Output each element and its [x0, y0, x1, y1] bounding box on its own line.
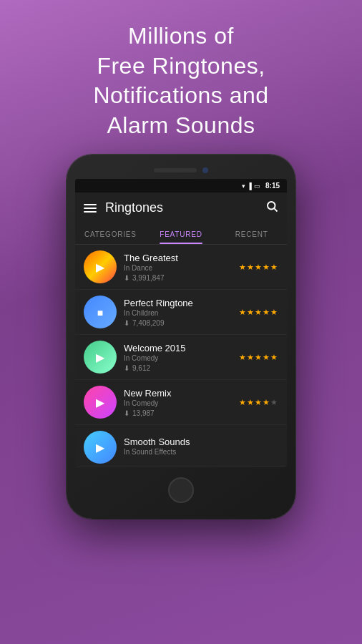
- ringtone-list: The Greatest In Dance ⬇ 3,991,847 ★★★★★: [75, 245, 287, 467]
- star-rating: ★★★★★: [239, 398, 278, 407]
- star-rating: ★★★★★: [239, 263, 278, 272]
- ringtone-item[interactable]: New Remix In Comedy ⬇ 13,987 ★★★★★: [75, 380, 287, 425]
- ringtone-meta: ⬇ 13,987: [124, 409, 232, 417]
- hero-line2: Free Ringtones,: [97, 53, 265, 79]
- phone-camera: [202, 167, 208, 173]
- ringtone-thumb: [84, 386, 117, 419]
- svg-line-1: [274, 209, 277, 212]
- wifi-icon: ▾: [242, 182, 245, 190]
- play-icon: [96, 395, 104, 410]
- phone-top-bar: [75, 167, 287, 173]
- star-rating: ★★★★★: [239, 308, 278, 317]
- hero-line3: Notifications and: [93, 82, 268, 108]
- download-count: 13,987: [132, 409, 155, 417]
- ringtone-thumb: [84, 341, 117, 374]
- app-header: Ringtones: [75, 192, 287, 223]
- status-icons: ▾ ▐ ▭ 8:15: [242, 182, 280, 190]
- hero-line4: Alarm Sounds: [107, 112, 255, 138]
- ringtone-category: In Children: [124, 309, 232, 317]
- play-icon: [96, 350, 104, 365]
- ringtone-info: The Greatest In Dance ⬇ 3,991,847: [124, 253, 232, 282]
- ringtone-info: Welcome 2015 In Comedy ⬇ 9,612: [124, 343, 232, 372]
- ringtone-thumb: [84, 431, 117, 464]
- download-icon: ⬇: [124, 364, 129, 372]
- ringtone-item[interactable]: Smooth Sounds In Sound Effects: [75, 425, 287, 467]
- ringtone-meta: ⬇ 7,408,209: [124, 319, 232, 327]
- ringtone-category: In Sound Effects: [124, 448, 278, 456]
- signal-icon: ▐: [248, 182, 252, 190]
- ringtone-name: The Greatest: [124, 253, 232, 263]
- download-icon: ⬇: [124, 409, 129, 417]
- tabs-bar: CATEGORIES FEATURED RECENT: [75, 223, 287, 245]
- status-bar: ▾ ▐ ▭ 8:15: [75, 179, 287, 192]
- download-count: 9,612: [132, 364, 150, 372]
- ringtone-name: Perfect Ringtone: [124, 298, 232, 308]
- tab-categories[interactable]: CATEGORIES: [75, 223, 146, 244]
- svg-point-0: [268, 202, 275, 210]
- battery-icon: ▭: [254, 182, 260, 190]
- ringtone-info: Perfect Ringtone In Children ⬇ 7,408,209: [124, 298, 232, 327]
- download-count: 3,991,847: [132, 274, 165, 282]
- ringtone-name: Smooth Sounds: [124, 436, 278, 447]
- download-icon: ⬇: [124, 319, 129, 327]
- hero-line1: Millions of: [128, 23, 234, 49]
- search-button[interactable]: [265, 200, 278, 216]
- phone-screen: ▾ ▐ ▭ 8:15 Ringtones: [75, 179, 287, 467]
- hamburger-menu[interactable]: [84, 204, 97, 213]
- tab-featured[interactable]: FEATURED: [146, 223, 217, 244]
- hero-text: Millions of Free Ringtones, Notification…: [64, 21, 297, 140]
- play-icon: [96, 440, 104, 455]
- ringtone-category: In Dance: [124, 264, 232, 272]
- download-count: 7,408,209: [132, 319, 165, 327]
- status-time: 8:15: [265, 182, 280, 190]
- ringtone-info: Smooth Sounds In Sound Effects: [124, 436, 278, 458]
- ringtone-meta: ⬇ 9,612: [124, 364, 232, 372]
- stop-icon: [97, 305, 103, 320]
- ringtone-info: New Remix In Comedy ⬇ 13,987: [124, 388, 232, 417]
- phone-mockup: ▾ ▐ ▭ 8:15 Ringtones: [67, 155, 295, 519]
- ringtone-category: In Comedy: [124, 354, 232, 362]
- ringtone-item[interactable]: Perfect Ringtone In Children ⬇ 7,408,209…: [75, 290, 287, 335]
- ringtone-category: In Comedy: [124, 399, 232, 407]
- ringtone-thumb: [84, 250, 117, 283]
- star-rating: ★★★★★: [239, 353, 278, 362]
- ringtone-name: New Remix: [124, 388, 232, 399]
- app-title: Ringtones: [105, 200, 257, 215]
- ringtone-name: Welcome 2015: [124, 343, 232, 353]
- ringtone-item[interactable]: Welcome 2015 In Comedy ⬇ 9,612 ★★★★★: [75, 335, 287, 380]
- play-icon: [96, 260, 104, 275]
- ringtone-thumb: [84, 296, 117, 328]
- ringtone-meta: ⬇ 3,991,847: [124, 274, 232, 282]
- tab-recent[interactable]: RECENT: [216, 223, 287, 244]
- download-icon: ⬇: [124, 274, 129, 282]
- phone-speaker: [154, 168, 197, 172]
- ringtone-item[interactable]: The Greatest In Dance ⬇ 3,991,847 ★★★★★: [75, 245, 287, 290]
- home-button[interactable]: [168, 477, 194, 503]
